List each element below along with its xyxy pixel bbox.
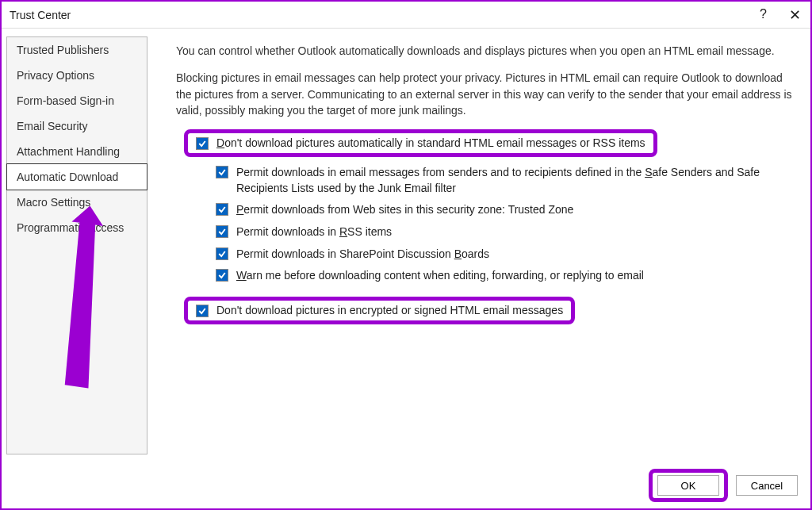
ok-button[interactable]: OK bbox=[657, 475, 719, 496]
sidebar-item-form-based-signin[interactable]: Form-based Sign-in bbox=[7, 88, 147, 113]
label-encrypted: Don't download pictures in encrypted or … bbox=[216, 304, 563, 316]
intro-text-1: You can control whether Outlook automati… bbox=[176, 43, 795, 59]
sidebar-item-programmatic-access[interactable]: Programmatic Access bbox=[7, 215, 147, 240]
highlight-encrypted: Don't download pictures in encrypted or … bbox=[184, 297, 575, 324]
checkbox-encrypted[interactable] bbox=[196, 305, 209, 317]
label-sharepoint: Permit downloads in SharePoint Discussio… bbox=[236, 247, 489, 263]
footer: OK Cancel bbox=[2, 462, 810, 508]
checkbox-safe-senders[interactable] bbox=[216, 166, 228, 178]
cancel-button[interactable]: Cancel bbox=[736, 475, 798, 496]
sidebar-item-privacy-options[interactable]: Privacy Options bbox=[7, 63, 147, 88]
trust-center-window: Trust Center ? ✕ Trusted Publishers Priv… bbox=[0, 0, 812, 510]
label-dont-download: Don't download pictures automatically in… bbox=[216, 136, 645, 149]
sidebar-item-macro-settings[interactable]: Macro Settings bbox=[7, 190, 147, 215]
checkbox-warn[interactable] bbox=[216, 269, 228, 282]
checkbox-sharepoint[interactable] bbox=[216, 247, 228, 260]
content-panel: You can control whether Outlook automati… bbox=[176, 36, 801, 454]
checkbox-rss[interactable] bbox=[216, 225, 228, 238]
sidebar-item-automatic-download[interactable]: Automatic Download bbox=[6, 163, 147, 190]
sidebar-item-attachment-handling[interactable]: Attachment Handling bbox=[7, 139, 147, 164]
label-safe-senders: Permit downloads in email messages from … bbox=[236, 165, 795, 196]
label-warn: Warn me before downloading content when … bbox=[236, 268, 644, 284]
intro-text-2: Blocking pictures in email messages can … bbox=[176, 70, 795, 118]
checkbox-dont-download[interactable] bbox=[196, 137, 209, 150]
highlight-ok: OK bbox=[649, 469, 728, 502]
help-icon[interactable]: ? bbox=[760, 7, 767, 21]
window-title: Trust Center bbox=[10, 9, 71, 21]
sidebar: Trusted Publishers Privacy Options Form-… bbox=[6, 36, 147, 454]
highlight-dont-download: Don't download pictures automatically in… bbox=[184, 129, 657, 157]
sidebar-item-trusted-publishers[interactable]: Trusted Publishers bbox=[7, 37, 147, 63]
sidebar-item-email-security[interactable]: Email Security bbox=[7, 113, 147, 139]
titlebar: Trust Center ? ✕ bbox=[2, 2, 810, 29]
checkbox-trusted-zone[interactable] bbox=[216, 203, 228, 216]
label-trusted-zone: Permit downloads from Web sites in this … bbox=[236, 202, 573, 218]
label-rss: Permit downloads in RSS items bbox=[236, 224, 392, 240]
close-icon[interactable]: ✕ bbox=[789, 6, 801, 24]
